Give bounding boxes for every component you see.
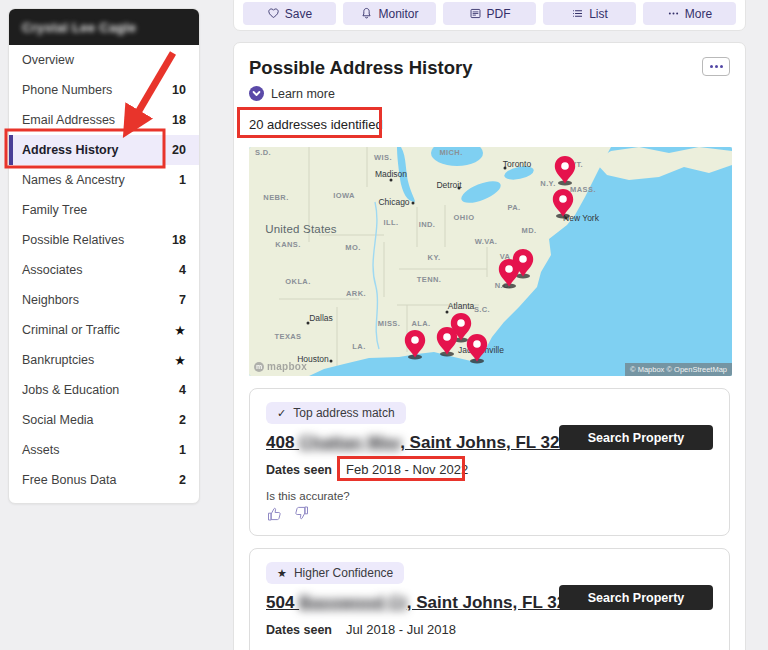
map-state-label: NEBR.: [263, 193, 288, 202]
toolbar-button-label: Save: [285, 7, 312, 21]
search-property-button[interactable]: Search Property: [559, 425, 713, 450]
sidebar-item-names-ancestry[interactable]: Names & Ancestry1: [9, 165, 199, 195]
sidebar-item-associates[interactable]: Associates4: [9, 255, 199, 285]
map-state-label: TENN.: [417, 275, 442, 284]
sidebar-item-criminal-or-traffic[interactable]: Criminal or Traffic★: [9, 315, 199, 345]
pdf-button[interactable]: PDF: [443, 2, 536, 25]
sidebar-item-bankruptcies[interactable]: Bankruptcies★: [9, 345, 199, 375]
map-country-label: United States: [265, 223, 337, 235]
map-city-dot: [446, 311, 449, 314]
sidebar-section-list: OverviewPhone Numbers10Email Addresses18…: [9, 45, 199, 495]
map-address-pin[interactable]: [552, 189, 574, 219]
map-address-pin[interactable]: [498, 259, 520, 289]
report-sidebar: Crystal Lee Cagle OverviewPhone Numbers1…: [8, 8, 200, 504]
map-state-label: MICH.: [439, 148, 462, 157]
sidebar-item-label: Phone Numbers: [22, 83, 112, 97]
sidebar-item-label: Family Tree: [22, 203, 87, 217]
address-card-list: ✓Top address match408 Chattan Way, Saint…: [249, 388, 730, 650]
map-address-pin[interactable]: [436, 327, 458, 357]
page-title: Possible Address History: [249, 57, 472, 79]
confidence-badge: ★Higher Confidence: [266, 562, 404, 584]
sidebar-item-count: 4: [179, 263, 186, 277]
sidebar-item-phone-numbers[interactable]: Phone Numbers10: [9, 75, 199, 105]
mapbox-logo: m mapbox: [254, 361, 307, 372]
dates-seen-label: Dates seen: [266, 623, 332, 637]
blurred-street-name: Chattan Way: [299, 433, 400, 452]
map-state-label: MD.: [522, 226, 537, 235]
map-address-pin[interactable]: [554, 156, 576, 186]
feedback-thumbs: [266, 505, 713, 522]
map-address-pin[interactable]: [466, 334, 488, 364]
map-address-pin[interactable]: [404, 330, 426, 360]
badge-label: Top address match: [293, 406, 394, 420]
map-state-label: OHIO: [454, 213, 475, 222]
sidebar-item-label: Associates: [22, 263, 82, 277]
map-state-label: KY.: [428, 253, 441, 262]
sidebar-item-count: 2: [179, 473, 186, 487]
sidebar-item-label: Overview: [22, 53, 74, 67]
map-city-label: Toronto: [503, 159, 531, 169]
badge-label: Higher Confidence: [294, 566, 393, 580]
sidebar-item-count: 1: [179, 173, 186, 187]
address-link[interactable]: 408 Chattan Way, Saint Johns, FL 32259: [266, 433, 588, 453]
thumbs-up-icon[interactable]: [266, 505, 283, 522]
thumbs-down-icon[interactable]: [293, 505, 310, 522]
list-button[interactable]: List: [543, 2, 636, 25]
sidebar-item-social-media[interactable]: Social Media2: [9, 405, 199, 435]
sidebar-item-count: 18: [172, 113, 186, 127]
panel-overflow-menu-button[interactable]: [702, 57, 730, 76]
report-actions-toolbar: SaveMonitorPDFListMore: [233, 0, 746, 31]
sidebar-item-email-addresses[interactable]: Email Addresses18: [9, 105, 199, 135]
map-city-dot: [307, 322, 310, 325]
sidebar-item-assets[interactable]: Assets1: [9, 435, 199, 465]
map-state-label: WIS.: [374, 153, 392, 162]
star-icon: ★: [277, 567, 287, 580]
blurred-street-name: Basswood Ct: [299, 593, 407, 612]
sidebar-item-label: Address History: [22, 143, 119, 157]
address-history-panel: Possible Address History Learn more 20 a…: [233, 42, 746, 650]
sidebar-item-free-bonus-data[interactable]: Free Bonus Data2: [9, 465, 199, 495]
sidebar-item-label: Assets: [22, 443, 60, 457]
address-link[interactable]: 504 Basswood Ct, Saint Johns, FL 32259: [266, 593, 594, 613]
ellipsis-icon: [710, 65, 713, 68]
map-state-label: MO.: [345, 243, 360, 252]
chevron-down-icon: [249, 86, 264, 101]
sidebar-item-label: Bankruptcies: [22, 353, 94, 367]
heart-icon: [267, 7, 280, 20]
save-button[interactable]: Save: [243, 2, 336, 25]
sidebar-item-possible-relatives[interactable]: Possible Relatives18: [9, 225, 199, 255]
sidebar-item-label: Free Bonus Data: [22, 473, 117, 487]
blurred-name-text: Crystal Lee Cagle: [22, 20, 136, 35]
sidebar-item-overview[interactable]: Overview: [9, 45, 199, 75]
map-city-dot: [504, 167, 507, 170]
sidebar-item-label: Jobs & Education: [22, 383, 119, 397]
map-state-label: KANS.: [275, 240, 300, 249]
sidebar-item-label: Neighbors: [22, 293, 79, 307]
address-card: ✓Top address match408 Chattan Way, Saint…: [249, 388, 730, 536]
map-attribution: © Mapbox © OpenStreetMap: [625, 363, 732, 376]
search-property-button[interactable]: Search Property: [559, 585, 713, 610]
sidebar-item-address-history[interactable]: Address History20: [9, 135, 199, 165]
toolbar-button-label: List: [589, 7, 608, 21]
sidebar-item-count: 20: [172, 143, 186, 157]
bell-icon: [360, 7, 373, 20]
map-city-dot: [330, 360, 333, 363]
address-history-map[interactable]: S.D.WIS.MICH.NEBR.IOWAILL.IND.OHIOKANS.M…: [249, 147, 732, 376]
list-icon: [571, 7, 584, 20]
learn-more-link[interactable]: Learn more: [249, 86, 359, 101]
map-city-label: Madison: [375, 169, 407, 179]
sidebar-item-neighbors[interactable]: Neighbors7: [9, 285, 199, 315]
sidebar-item-family-tree[interactable]: Family Tree: [9, 195, 199, 225]
sidebar-item-label: Criminal or Traffic: [22, 323, 120, 337]
star-icon: ★: [174, 323, 186, 338]
dates-seen-value: Feb 2018 - Nov 2022: [346, 462, 468, 477]
monitor-button[interactable]: Monitor: [343, 2, 436, 25]
sidebar-item-jobs-education[interactable]: Jobs & Education4: [9, 375, 199, 405]
more-button[interactable]: More: [643, 2, 736, 25]
sidebar-item-label: Possible Relatives: [22, 233, 124, 247]
map-state-label: ILL.: [384, 218, 399, 227]
sidebar-item-count: 1: [179, 443, 186, 457]
confidence-badge: ✓Top address match: [266, 402, 406, 424]
map-state-label: W.VA.: [475, 237, 498, 246]
check-icon: ✓: [277, 407, 286, 420]
